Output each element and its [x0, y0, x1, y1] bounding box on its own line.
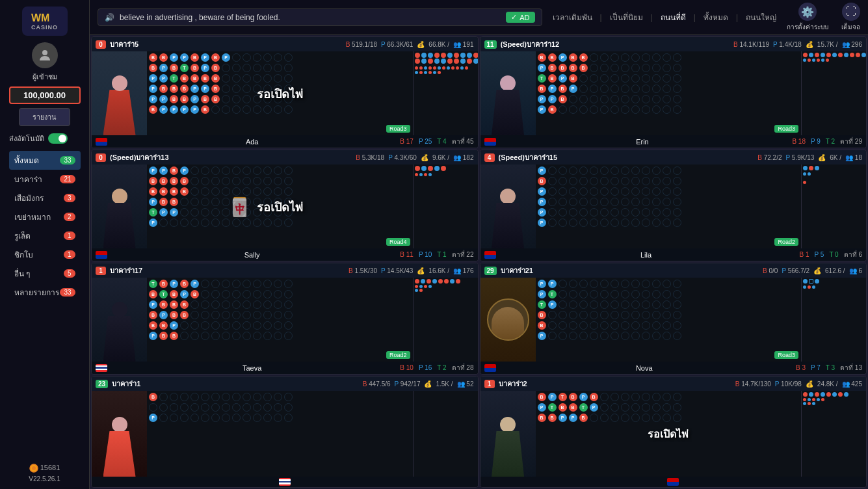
game-card-speed-baccarat15[interactable]: 4 (Speed)บาคาร่า15 B 72.2/2 P 5.9K/13 💰 … [480, 150, 867, 261]
score-p: P 25 [419, 138, 432, 145]
marquee-text: believe in advertising , beware of being… [120, 13, 280, 22]
auto-toggle-label: ส่งอัตโนมัติ [9, 133, 44, 144]
road-container: P B P P P P Road2 [536, 165, 802, 248]
game-card-header: 1 บาคาร่า2 B 14.7K/130 P 10K/98 💰 24.8K … [480, 377, 867, 391]
sidebar-item-shake-label: เขย่าหมาก [14, 211, 51, 223]
room-name: (Speed)บาคาร่า15 [499, 152, 754, 163]
sidebar-bottom: 15681 V22.5.26.1 [29, 464, 60, 482]
coin-icon: 💰 [806, 41, 813, 48]
coin-stat: 6K / [830, 154, 841, 161]
p-stat: P 1.4K/18 [773, 41, 802, 48]
nav-time[interactable]: เวลาเดิมพัน [553, 11, 592, 23]
room-name: บาคาร่า21 [501, 265, 759, 276]
coin-stat: 24.8K / [817, 380, 838, 388]
sidebar: WM CASINO ผู้เข้าชม 100,000.00 รายงาน ส่… [0, 0, 90, 489]
settings-icon-button[interactable]: ⚙️ การตั้งค่าระบบ [787, 3, 828, 32]
sidebar-item-roulette[interactable]: รูเล็ต 1 [9, 226, 81, 245]
coin-stat: 15.7K / [817, 41, 838, 48]
game-card-baccarat17[interactable]: 1 บาคาร่า17 B 1.5K/30 P 14.5K/43 💰 16.6K… [91, 263, 479, 375]
room-name: บาคาร่า5 [110, 38, 342, 50]
coin-icon: 💰 [813, 267, 821, 274]
waiting-text: รอเปิดไพ่ [257, 84, 303, 103]
sidebar-item-baccarat-label: บาคาร่า [14, 173, 42, 185]
score-p: P 9 [811, 138, 821, 145]
game-card-speed-baccarat12[interactable]: 11 (Speed)บาคาร่า12 B 14.1K/119 P 1.4K/1… [480, 36, 867, 148]
dealer-image [480, 51, 536, 135]
game-card-baccarat1[interactable]: 23 บาคาร่า1 B 447.5/6 P 942/17 💰 1.5K / … [91, 376, 479, 488]
game-card-footer [92, 477, 478, 487]
svg-point-2 [32, 466, 36, 470]
people-stat: 👥 182 [453, 154, 473, 161]
nav-road[interactable]: ถนนที่ดี [661, 11, 686, 23]
dealer-image [92, 51, 147, 135]
game-card-body: TBPBP BTBPB PBBB BPBB BBP PBB Road2 [92, 278, 478, 362]
fullscreen-button[interactable]: ⛶ เต็มจอ [841, 3, 860, 32]
version-label: V22.5.26.1 [29, 475, 60, 482]
road-container: TBPBP BTBPB PBBB BPBB BBP PBB Road2 [147, 278, 413, 362]
svg-point-0 [42, 50, 47, 55]
game-card-body: PPBP BBBB BBBB PBB TPP P 🀄 [92, 165, 478, 248]
room-name: (Speed)บาคาร่า13 [110, 152, 352, 163]
sidebar-item-sicbo-label: ชิกโบ [14, 248, 33, 261]
score-p: P 7 [811, 364, 821, 371]
road-container: BPTBPB PTBBTP BBPPB รอเปิดไพ่ [536, 391, 802, 477]
nav-big-road[interactable]: ถนนใหญ่ [746, 11, 776, 23]
sidebar-item-multi-label: หลายรายการ [14, 286, 59, 298]
room-name: บาคาร่า17 [110, 265, 345, 276]
dealer-image [480, 278, 536, 362]
sidebar-item-sicbo-badge: 1 [64, 250, 75, 259]
score-b: B 10 [400, 364, 414, 371]
sidebar-item-dragon[interactable]: เสือมังกร 3 [9, 189, 81, 207]
logo-wm: WM [31, 12, 58, 24]
total: ตาที่ 28 [452, 363, 474, 373]
game-card-speed-baccarat13[interactable]: 0 (Speed)บาคาร่า13 B 5.3K/18 P 4.3K/60 💰… [91, 150, 479, 261]
sidebar-item-all[interactable]: ทั้งหมด 33 [9, 151, 81, 170]
logo: WM CASINO [22, 7, 68, 36]
game-card-baccarat5[interactable]: 0 บาคาร่า5 B 519.1/18 P 66.3K/61 💰 66.8K… [91, 36, 479, 148]
b-stat: B 519.1/18 [346, 41, 377, 48]
nav-all[interactable]: ทั้งหมด [704, 11, 728, 23]
score-t: T 0 [829, 251, 838, 258]
people-stat: 👥 18 [845, 154, 862, 161]
sidebar-item-multi[interactable]: หลายรายการ 33 [9, 283, 81, 302]
room-badge: 23 [96, 380, 108, 388]
report-button[interactable]: รายงาน [19, 108, 70, 126]
sidebar-item-other-badge: 5 [64, 269, 75, 278]
people-stat: 👥 296 [842, 41, 862, 48]
road-label: Road3 [386, 125, 410, 133]
people-stat: 👥 425 [842, 380, 862, 388]
game-card-baccarat2[interactable]: 1 บาคาร่า2 B 14.7K/130 P 10K/98 💰 24.8K … [480, 376, 867, 488]
sidebar-item-dragon-label: เสือมังกร [14, 192, 44, 204]
sidebar-item-baccarat[interactable]: บาคาร่า 21 [9, 170, 81, 189]
sidebar-item-shake-badge: 2 [64, 213, 75, 221]
dealer-name: Taeva [109, 364, 395, 372]
room-badge: 1 [484, 380, 495, 388]
sidebar-item-dragon-badge: 3 [64, 194, 75, 202]
score-t: T 4 [437, 138, 446, 145]
p-stat: P 14.5K/43 [381, 267, 413, 274]
game-card-footer: Sally B 11 P 10 T 1 ตาที่ 22 [92, 248, 478, 261]
sidebar-item-sicbo[interactable]: ชิกโบ 1 [9, 245, 81, 264]
score-p: P 16 [419, 364, 432, 371]
avatar [32, 42, 58, 68]
road-label: Road4 [386, 238, 410, 246]
sidebar-item-all-label: ทั้งหมด [14, 154, 39, 166]
nav-popular[interactable]: เป็นที่นิยม [610, 11, 643, 23]
total: ตาที่ 22 [452, 250, 474, 259]
game-card-baccarat21[interactable]: 29 บาคาร่า21 B 0/0 P 566.7/2 💰 612.6 / 👥… [480, 263, 867, 375]
total: ตาที่ 13 [840, 363, 862, 373]
sidebar-item-baccarat-badge: 21 [60, 175, 75, 183]
sidebar-item-roulette-label: รูเล็ต [14, 230, 31, 242]
score-t: T 2 [437, 364, 446, 371]
score-t: T 3 [826, 364, 835, 371]
dealer-name: Nova [498, 364, 791, 372]
sidebar-item-shake[interactable]: เขย่าหมาก 2 [9, 207, 81, 226]
total: ตาที่ 45 [452, 137, 474, 146]
game-card-footer: Ada B 17 P 25 T 4 ตาที่ 45 [92, 135, 478, 148]
sidebar-item-other[interactable]: อื่น ๆ 5 [9, 264, 81, 283]
coin-icon: 💰 [424, 380, 432, 388]
coin-stat: 16.6K / [428, 267, 449, 274]
dealer-image [92, 278, 147, 362]
auto-toggle-switch[interactable] [48, 133, 68, 144]
road-container: BBPPBPB P BPBTBPB PPTBBBB PBBBPPB PPBBPB… [147, 51, 413, 135]
